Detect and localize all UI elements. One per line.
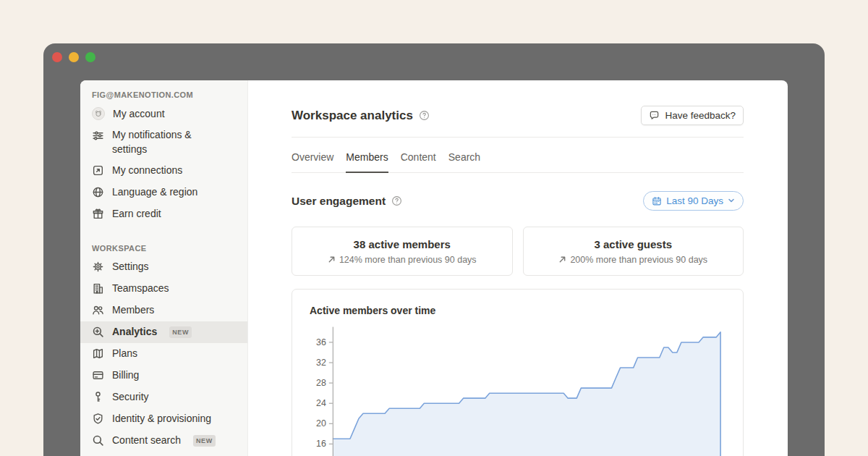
globe-icon: [92, 186, 104, 198]
arrow-box-icon: [92, 164, 104, 177]
gift-icon: [92, 208, 104, 220]
sidebar-item-my-account[interactable]: My account: [80, 103, 247, 124]
analytics-main: Workspace analytics: [248, 80, 788, 456]
stat-delta: 200% more than previous 90 days: [570, 255, 707, 265]
window-controls: [52, 52, 95, 62]
trend-up-icon: [558, 256, 566, 263]
key-icon: [92, 391, 104, 403]
sidebar-item-content-search[interactable]: Content search NEW: [80, 430, 247, 452]
sidebar-item-teamspaces[interactable]: Teamspaces: [80, 278, 247, 300]
trend-up-icon: [328, 256, 336, 263]
zoom-window-button[interactable]: [85, 52, 95, 62]
new-badge: NEW: [169, 326, 192, 338]
tab-content[interactable]: Content: [401, 151, 436, 172]
credit-card-icon: [92, 369, 104, 381]
date-range-dropdown[interactable]: Last 90 Days: [643, 191, 744, 211]
user-engagement-title: User engagement: [292, 195, 386, 208]
close-window-button[interactable]: [52, 52, 62, 62]
sliders-icon: [92, 130, 104, 142]
sidebar-item-label: Content search: [112, 433, 181, 447]
sidebar-item-label: Plans: [112, 346, 137, 360]
help-icon[interactable]: [419, 110, 430, 121]
new-badge: NEW: [193, 435, 216, 447]
svg-text:16: 16: [316, 439, 326, 449]
search-icon: [92, 434, 104, 447]
sidebar-item-earn-credit[interactable]: Earn credit: [80, 203, 247, 225]
svg-text:32: 32: [316, 358, 326, 368]
sidebar-item-label: My account: [113, 106, 165, 121]
sidebar-item-my-connections[interactable]: My connections: [80, 160, 247, 182]
sidebar-item-label: My connections: [112, 163, 182, 177]
sidebar-item-label: Analytics: [112, 324, 157, 339]
settings-sidebar: FIG@MAKENOTION.COM My account: [80, 80, 248, 456]
sidebar-item-label: Settings: [112, 259, 149, 274]
stat-value: 38 active members: [354, 238, 451, 250]
sidebar-item-billing[interactable]: Billing: [80, 365, 247, 387]
header-divider: [292, 137, 744, 138]
chevron-down-icon: [728, 195, 735, 206]
building-icon: [92, 282, 104, 295]
gear-icon: [92, 261, 104, 273]
analytics-tabs: Overview Members Content Search: [292, 151, 744, 173]
sidebar-item-label: My notifications & settings: [112, 127, 228, 157]
sidebar-item-members[interactable]: Members: [80, 300, 247, 321]
chart-title: Active members over time: [310, 305, 435, 316]
calendar-icon: [652, 196, 662, 206]
have-feedback-button[interactable]: Have feedback?: [641, 106, 744, 125]
svg-text:24: 24: [316, 398, 326, 408]
sidebar-item-notifications-settings[interactable]: My notifications & settings: [80, 124, 247, 160]
feedback-bubble-icon: [649, 110, 660, 121]
sidebar-item-language-region[interactable]: Language & region: [80, 182, 247, 203]
sidebar-item-analytics[interactable]: Analytics NEW: [80, 321, 247, 343]
stat-value: 3 active guests: [594, 238, 672, 250]
minimize-window-button[interactable]: [69, 52, 79, 62]
sidebar-item-settings[interactable]: Settings: [80, 256, 247, 278]
account-email-heading: FIG@MAKENOTION.COM: [80, 90, 247, 100]
map-icon: [92, 347, 104, 360]
shield-check-icon: [92, 413, 104, 425]
active-members-chart-card: 363228242016 Active members over time: [292, 289, 744, 456]
active-guests-stat-card: 3 active guests 200% more than previous …: [523, 227, 744, 276]
sidebar-item-label: Billing: [112, 368, 139, 382]
sidebar-item-label: Security: [112, 389, 149, 404]
svg-text:20: 20: [316, 418, 326, 428]
svg-text:28: 28: [316, 378, 326, 388]
svg-text:36: 36: [316, 337, 326, 347]
sidebar-item-label: Identity & provisioning: [112, 411, 211, 426]
active-members-stat-card: 38 active members 124% more than previou…: [292, 227, 513, 276]
page-title: Workspace analytics: [292, 109, 413, 123]
sidebar-item-security[interactable]: Security: [80, 387, 247, 408]
sidebar-item-label: Teamspaces: [112, 281, 169, 295]
sidebar-item-label: Members: [112, 303, 154, 317]
avatar-icon: [92, 107, 105, 120]
tab-search[interactable]: Search: [448, 151, 480, 172]
help-icon[interactable]: [391, 195, 402, 206]
sidebar-item-plans[interactable]: Plans: [80, 343, 247, 365]
date-range-label: Last 90 Days: [666, 195, 723, 206]
tab-members[interactable]: Members: [346, 151, 388, 172]
workspace-section-heading: WORKSPACE: [80, 243, 247, 253]
sidebar-item-label: Earn credit: [112, 206, 161, 221]
sidebar-item-identity-provisioning[interactable]: Identity & provisioning: [80, 408, 247, 430]
have-feedback-label: Have feedback?: [665, 110, 736, 121]
sidebar-item-label: Language & region: [112, 185, 197, 199]
people-icon: [92, 304, 104, 316]
zoom-in-icon: [92, 326, 104, 338]
settings-panel: FIG@MAKENOTION.COM My account: [80, 80, 788, 456]
app-window: FIG@MAKENOTION.COM My account: [43, 43, 825, 456]
stat-delta: 124% more than previous 90 days: [339, 255, 477, 265]
tab-overview[interactable]: Overview: [292, 151, 333, 172]
